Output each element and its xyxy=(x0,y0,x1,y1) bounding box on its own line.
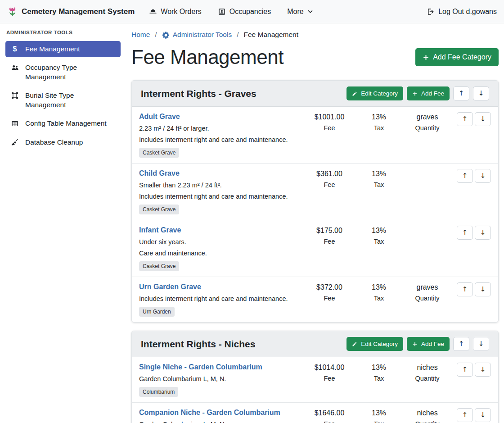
add-fee-category-button[interactable]: Add Fee Category xyxy=(415,48,499,66)
sidebar-item-label: Config Table Management xyxy=(25,119,107,128)
add-fee-button[interactable]: Add Fee xyxy=(407,337,450,351)
fee-row: Urn Garden Grave Includes interment righ… xyxy=(132,277,498,322)
move-fee-down-button[interactable]: ↓ xyxy=(475,408,491,422)
arrow-down-icon: ↓ xyxy=(478,341,484,347)
arrow-down-icon: ↓ xyxy=(480,286,486,293)
sidebar: ADMINISTRATOR TOOLS $ Fee Management Occ… xyxy=(0,23,126,423)
move-fee-down-button[interactable]: ↓ xyxy=(475,282,491,296)
fee-type-badge: Urn Garden xyxy=(139,307,175,317)
fee-amount: $1014.00 xyxy=(302,363,356,372)
dollar-icon: $ xyxy=(10,45,20,53)
add-fee-button[interactable]: Add Fee xyxy=(407,86,450,100)
fee-amount-label: Fee xyxy=(302,420,356,423)
fee-tax-label: Tax xyxy=(356,238,401,245)
move-category-down-button[interactable]: ↓ xyxy=(473,86,489,100)
move-fee-up-button[interactable]: ↑ xyxy=(457,408,473,422)
arrow-up-icon: ↑ xyxy=(462,229,468,236)
page-title: Fee Management xyxy=(131,46,284,68)
fee-quantity-label: Quantity xyxy=(401,124,453,132)
fee-name-link[interactable]: Infant Grave xyxy=(139,226,181,235)
category-actions: Edit Category Add Fee ↑ ↓ xyxy=(346,337,489,351)
breadcrumb-home[interactable]: Home xyxy=(131,31,150,39)
breadcrumb-current: Fee Management xyxy=(244,31,299,39)
edit-category-button[interactable]: Edit Category xyxy=(346,337,403,351)
edit-category-button[interactable]: Edit Category xyxy=(346,86,403,100)
app-title: Cemetery Management System xyxy=(22,7,135,16)
sidebar-item-database-cleanup[interactable]: Database Cleanup xyxy=(5,134,121,150)
fee-tax-label: Tax xyxy=(356,124,401,132)
fee-row: Infant Grave Under six years. Care and m… xyxy=(132,220,498,277)
move-fee-up-button[interactable]: ↑ xyxy=(457,169,473,183)
nav-label: Occupancies xyxy=(230,8,271,16)
fee-name-link[interactable]: Companion Niche - Garden Columbarium xyxy=(139,408,280,417)
sidebar-item-config-table[interactable]: Config Table Management xyxy=(5,115,121,132)
move-fee-down-button[interactable]: ↓ xyxy=(475,363,491,377)
move-category-down-button[interactable]: ↓ xyxy=(473,337,489,351)
category-actions: Edit Category Add Fee ↑ ↓ xyxy=(346,86,489,100)
move-fee-up-button[interactable]: ↑ xyxy=(457,363,473,377)
plus-icon xyxy=(412,341,418,347)
nav-label: Work Orders xyxy=(161,8,201,16)
fee-name-link[interactable]: Child Grave xyxy=(139,169,180,178)
move-fee-up-button[interactable]: ↑ xyxy=(457,226,473,240)
plus-icon xyxy=(412,91,418,96)
sidebar-item-label: Burial Site Type Management xyxy=(25,91,116,109)
arrow-down-icon: ↓ xyxy=(480,412,486,418)
fee-tax-label: Tax xyxy=(356,181,401,188)
table-icon xyxy=(10,119,20,127)
fee-tax: 13% xyxy=(356,226,401,235)
app-brand[interactable]: Cemetery Management System xyxy=(7,6,135,17)
sidebar-item-label: Occupancy Type Management xyxy=(25,63,116,82)
arrow-down-icon: ↓ xyxy=(480,229,486,236)
fee-tax: 13% xyxy=(356,169,401,178)
nav-occupancies[interactable]: Occupancies xyxy=(218,8,271,16)
move-fee-down-button[interactable]: ↓ xyxy=(475,112,491,126)
arrow-up-icon: ↑ xyxy=(459,90,464,97)
fee-tax: 13% xyxy=(356,283,401,292)
fee-quantity-empty xyxy=(401,226,453,271)
sidebar-item-fee-management[interactable]: $ Fee Management xyxy=(5,41,121,57)
logout-label: Log Out d.gowans xyxy=(438,8,497,16)
vector-square-icon xyxy=(10,91,20,100)
arrow-down-icon: ↓ xyxy=(480,173,486,179)
move-fee-down-button[interactable]: ↓ xyxy=(475,226,491,240)
fee-description: 2.23 m² / 24 ft² or larger. xyxy=(139,124,299,132)
fee-name-link[interactable]: Urn Garden Grave xyxy=(139,282,201,291)
people-icon xyxy=(10,64,20,72)
fee-description: Garden Columbarium L, M, N. xyxy=(139,420,299,423)
main-nav: Work Orders Occupancies More xyxy=(149,8,313,16)
main-content: Home / Administrator Tools / Fee Managem… xyxy=(126,23,504,423)
fee-name-link[interactable]: Adult Grave xyxy=(139,112,180,121)
fee-tax: 13% xyxy=(356,113,401,122)
fee-type-badge: Casket Grave xyxy=(139,148,179,158)
sidebar-header: ADMINISTRATOR TOOLS xyxy=(0,30,126,39)
arrow-up-icon: ↑ xyxy=(459,341,464,347)
nav-work-orders[interactable]: Work Orders xyxy=(149,8,201,16)
move-fee-down-button[interactable]: ↓ xyxy=(475,169,491,183)
arrow-up-icon: ↑ xyxy=(462,173,468,179)
fee-amount: $175.00 xyxy=(302,226,356,235)
fee-amount-label: Fee xyxy=(302,238,356,245)
sidebar-item-burial-site-type[interactable]: Burial Site Type Management xyxy=(5,87,121,113)
move-category-up-button[interactable]: ↑ xyxy=(453,86,469,100)
category-header: Interment Rights - Niches Edit Category … xyxy=(132,331,498,357)
logout-link[interactable]: Log Out d.gowans xyxy=(427,8,497,16)
broom-icon xyxy=(10,138,20,146)
move-fee-up-button[interactable]: ↑ xyxy=(457,112,473,126)
fee-amount: $372.00 xyxy=(302,283,356,292)
fee-amount-label: Fee xyxy=(302,124,356,132)
sidebar-item-label: Fee Management xyxy=(25,45,80,54)
breadcrumb-admin-tools[interactable]: Administrator Tools xyxy=(162,31,232,39)
fee-tax: 13% xyxy=(356,363,401,372)
flower-logo-icon xyxy=(7,6,18,17)
fee-description: Includes interment right and care and ma… xyxy=(139,136,299,144)
add-fee-category-label: Add Fee Category xyxy=(433,53,491,61)
fee-name-link[interactable]: Single Niche - Garden Columbarium xyxy=(139,363,262,372)
move-category-up-button[interactable]: ↑ xyxy=(453,337,469,351)
sidebar-item-occupancy-type[interactable]: Occupancy Type Management xyxy=(5,59,121,85)
nav-more[interactable]: More xyxy=(287,8,313,16)
sidebar-item-label: Database Cleanup xyxy=(25,138,83,147)
move-fee-up-button[interactable]: ↑ xyxy=(457,282,473,296)
fee-tax-label: Tax xyxy=(356,420,401,423)
fee-row: Single Niche - Garden Columbarium Garden… xyxy=(132,357,498,402)
